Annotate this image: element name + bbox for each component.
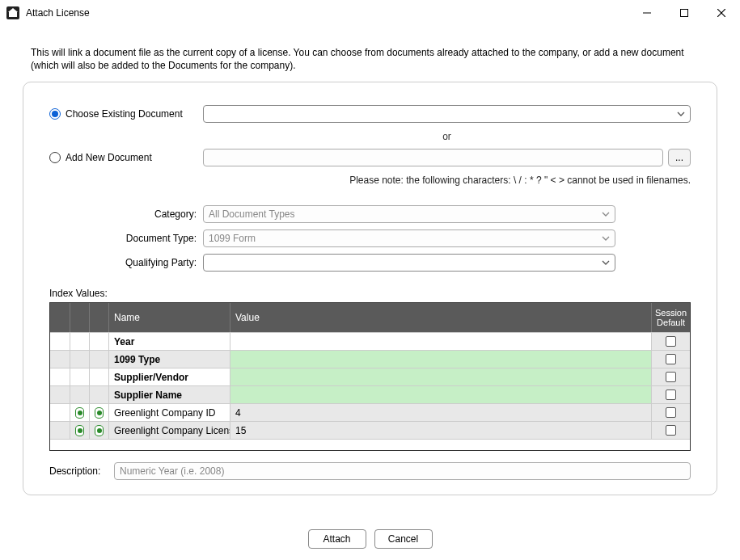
category-combo[interactable]: All Document Types (203, 205, 615, 223)
col-session-default[interactable]: Session Default (651, 303, 690, 332)
table-row[interactable]: 1099 Type (50, 350, 690, 368)
document-type-value: 1099 Form (209, 233, 256, 244)
radio-choose-existing[interactable] (49, 108, 61, 120)
table-row[interactable]: Greenlight Company ID4 (50, 403, 690, 421)
table-row[interactable]: Year (50, 332, 690, 350)
cell-value[interactable] (230, 351, 651, 368)
titlebar: Attach License (0, 0, 740, 26)
intro-text: This will link a document file as the cu… (31, 47, 709, 72)
cell-session-default (651, 404, 690, 421)
col-value[interactable]: Value (230, 303, 651, 332)
window-title: Attach License (26, 7, 628, 19)
chevron-down-icon (677, 110, 685, 118)
minimize-button[interactable] (628, 0, 666, 26)
cell-name: Year (108, 333, 230, 350)
description-label: Description: (49, 465, 106, 477)
row-handle (50, 368, 70, 385)
radio-add-new-label: Add New Document (66, 152, 152, 163)
document-type-combo[interactable]: 1099 Form (203, 229, 615, 247)
table-row[interactable]: Greenlight Company Licens...15 (50, 421, 690, 439)
main-panel: Choose Existing Document or Add New Docu… (23, 82, 717, 495)
attach-button[interactable]: Attach (308, 529, 366, 549)
chevron-down-icon (602, 210, 610, 218)
svg-marker-1 (8, 8, 18, 12)
session-default-checkbox[interactable] (666, 354, 676, 364)
cell-value[interactable] (230, 386, 651, 403)
col-name[interactable]: Name (108, 303, 230, 332)
cell-name: Supplier/Vendor (108, 368, 230, 385)
session-default-checkbox[interactable] (666, 389, 676, 400)
cell-value[interactable] (230, 368, 651, 385)
new-document-path-input[interactable] (203, 149, 663, 166)
cell-session-default (651, 333, 690, 350)
description-input[interactable]: Numeric Year (i.e. 2008) (114, 462, 691, 480)
cell-value[interactable]: 4 (230, 404, 651, 421)
cell-value[interactable]: 15 (230, 422, 651, 439)
table-row[interactable]: Supplier/Vendor (50, 368, 690, 385)
cell-name: Supplier Name (108, 386, 230, 403)
filename-note: Please note: the following characters: \… (49, 175, 691, 186)
browse-button[interactable]: ... (668, 149, 691, 166)
existing-document-combo[interactable] (203, 105, 691, 123)
qualifying-party-label: Qualifying Party: (122, 257, 203, 268)
cell-session-default (651, 422, 690, 439)
grid-header: Name Value Session Default (50, 303, 690, 332)
maximize-button[interactable] (666, 0, 703, 26)
cell-value[interactable] (230, 333, 651, 350)
eye-icon[interactable] (95, 407, 104, 419)
session-default-checkbox[interactable] (666, 425, 676, 436)
session-default-checkbox[interactable] (666, 372, 676, 382)
category-value: All Document Types (209, 208, 295, 220)
eye-icon[interactable] (75, 425, 84, 436)
cancel-button[interactable]: Cancel (374, 529, 433, 549)
radio-add-new[interactable] (49, 152, 61, 163)
chevron-down-icon (602, 234, 610, 242)
row-handle (50, 404, 70, 421)
radio-choose-existing-label: Choose Existing Document (66, 108, 183, 120)
cell-name: 1099 Type (108, 351, 230, 368)
session-default-checkbox[interactable] (666, 407, 676, 418)
app-icon (6, 6, 19, 19)
close-button[interactable] (703, 0, 740, 26)
svg-rect-0 (9, 11, 17, 17)
eye-icon[interactable] (75, 407, 84, 419)
cell-session-default (651, 368, 690, 385)
row-handle (50, 333, 70, 350)
chevron-down-icon (602, 259, 610, 267)
session-default-checkbox[interactable] (666, 336, 676, 347)
table-row[interactable]: Supplier Name (50, 385, 690, 403)
cell-name: Greenlight Company Licens... (108, 422, 230, 439)
index-values-grid: Name Value Session Default Year1099 Type… (49, 302, 691, 451)
grid-footer (50, 439, 690, 450)
eye-icon[interactable] (95, 425, 104, 436)
row-handle (50, 351, 70, 368)
cell-session-default (651, 386, 690, 403)
or-label: or (49, 131, 691, 142)
svg-rect-3 (681, 10, 688, 17)
cell-session-default (651, 351, 690, 368)
row-handle (50, 422, 70, 439)
cell-name: Greenlight Company ID (108, 404, 230, 421)
index-values-label: Index Values: (49, 288, 691, 299)
description-placeholder: Numeric Year (i.e. 2008) (120, 465, 224, 477)
category-label: Category: (122, 208, 203, 220)
document-type-label: Document Type: (122, 233, 203, 244)
row-handle (50, 386, 70, 403)
qualifying-party-combo[interactable] (203, 254, 615, 272)
dialog-buttons: Attach Cancel (0, 518, 740, 560)
